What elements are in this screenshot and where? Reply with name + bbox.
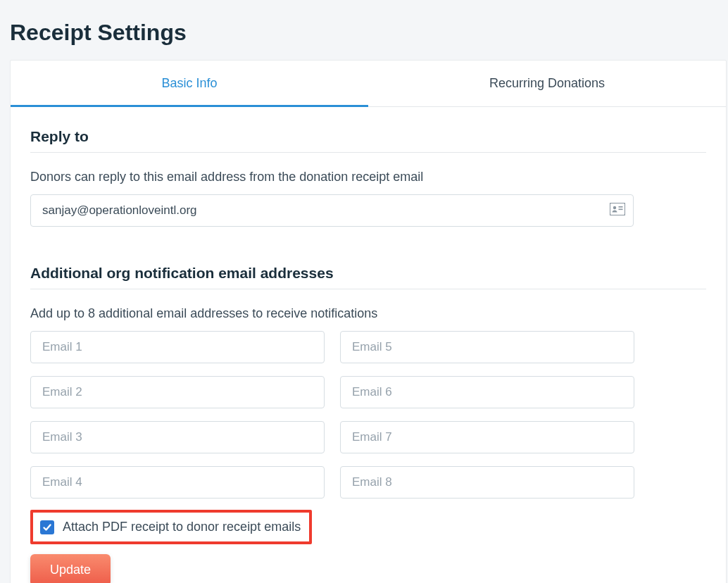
tab-basic-info[interactable]: Basic Info	[11, 61, 368, 107]
email-field-1[interactable]	[30, 331, 325, 363]
reply-to-input-wrap	[30, 194, 634, 227]
tab-recurring-donations[interactable]: Recurring Donations	[368, 61, 726, 106]
additional-emails-section: Additional org notification email addres…	[11, 227, 726, 499]
svg-rect-3	[619, 209, 623, 211]
tabs: Basic Info Recurring Donations	[11, 61, 726, 107]
contact-card-icon	[610, 203, 625, 218]
email-field-2[interactable]	[30, 376, 325, 408]
svg-rect-0	[610, 203, 625, 215]
email-field-4[interactable]	[30, 466, 325, 499]
reply-to-input[interactable]	[30, 194, 634, 227]
button-row: Update	[11, 544, 726, 583]
update-button[interactable]: Update	[30, 554, 111, 583]
email-field-7[interactable]	[340, 421, 634, 453]
reply-to-section: Reply to Donors can reply to this email …	[11, 107, 726, 227]
email-field-5[interactable]	[340, 331, 634, 363]
svg-rect-2	[619, 206, 623, 208]
attach-pdf-highlight: Attach PDF receipt to donor receipt emai…	[30, 510, 312, 544]
email-grid	[30, 331, 634, 499]
svg-point-1	[613, 206, 616, 209]
settings-panel: Basic Info Recurring Donations Reply to …	[10, 60, 727, 583]
attach-pdf-label: Attach PDF receipt to donor receipt emai…	[63, 520, 301, 534]
reply-to-help: Donors can reply to this email address f…	[30, 170, 706, 184]
additional-emails-heading: Additional org notification email addres…	[30, 265, 706, 289]
additional-emails-help: Add up to 8 additional email addresses t…	[30, 306, 706, 321]
reply-to-heading: Reply to	[30, 128, 706, 153]
email-field-3[interactable]	[30, 421, 325, 453]
attach-pdf-checkbox[interactable]	[40, 520, 54, 534]
page-title: Receipt Settings	[0, 0, 728, 60]
email-field-6[interactable]	[340, 376, 634, 408]
email-field-8[interactable]	[340, 466, 634, 499]
